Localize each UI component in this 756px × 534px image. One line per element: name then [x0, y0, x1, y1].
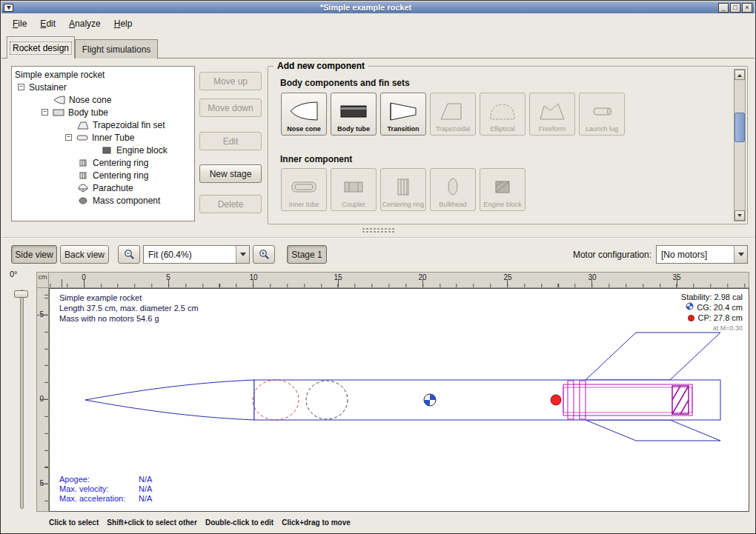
zoom-out-button[interactable]	[118, 245, 140, 264]
engine-block-icon	[101, 146, 113, 155]
ruler-unit: cm	[36, 272, 49, 288]
cp-value: CP: 27.8 cm	[697, 313, 743, 323]
stage-1-toggle[interactable]: Stage 1	[287, 245, 327, 264]
add-body-tube-button[interactable]: Body tube	[331, 93, 377, 136]
inner-component-label: Inner component	[280, 154, 352, 164]
component-panel-scrollbar[interactable]	[734, 69, 746, 221]
elliptical-fin-icon	[488, 96, 517, 126]
chevron-down-icon[interactable]	[734, 246, 747, 263]
split-pane-handle[interactable]	[362, 227, 396, 233]
add-engine-block-button[interactable]: Engine block	[480, 168, 525, 211]
edit-button[interactable]: Edit	[199, 132, 262, 150]
add-launch-lug-button[interactable]: Launch lug	[579, 93, 625, 136]
add-nose-cone-button[interactable]: Nose cone	[281, 93, 327, 136]
collapse-icon[interactable]	[65, 134, 72, 141]
tree-item-fin-set[interactable]: Trapezoidal fin set	[12, 119, 194, 131]
close-button[interactable]: ×	[742, 3, 752, 13]
bulkhead-icon	[438, 172, 468, 201]
centering-ring-icon	[77, 158, 89, 167]
nose-cone-icon	[289, 96, 319, 126]
title-bar[interactable]: *Simple example rocket _ □ ×	[1, 1, 755, 13]
cg-value: CG: 20.4 cm	[697, 302, 743, 313]
tree-item-sustainer[interactable]: Sustainer	[12, 81, 194, 93]
body-tube-outline	[254, 380, 720, 420]
inner-tube-icon	[76, 133, 88, 142]
tree-item-rocket[interactable]: Simple example rocket	[12, 68, 194, 81]
tree-item-centering-ring-1[interactable]: Centering ring	[12, 156, 194, 169]
scroll-down-icon[interactable]	[735, 210, 745, 221]
tree-item-body-tube[interactable]: Body tube	[12, 106, 194, 119]
body-components-label: Body components and fin sets	[280, 78, 410, 88]
add-coupler-button[interactable]: Coupler	[331, 168, 377, 211]
add-centering-ring-button[interactable]: Centering ring	[380, 168, 426, 211]
scroll-up-icon[interactable]	[735, 70, 745, 80]
tab-rocket-design[interactable]: Rocket design	[7, 36, 75, 59]
chevron-down-icon[interactable]	[236, 246, 249, 263]
rotation-slider-handle[interactable]	[14, 290, 28, 298]
pane-divider[interactable]	[1, 237, 755, 238]
add-transition-button[interactable]: Transition	[380, 93, 426, 136]
rocket-view-canvas[interactable]: Simple example rocket Length 37.5 cm, ma…	[49, 288, 749, 512]
tree-item-parachute[interactable]: Parachute	[12, 181, 194, 194]
motor-configuration-label: Motor configuration:	[551, 250, 651, 260]
coupler-icon	[339, 172, 368, 201]
move-down-button[interactable]: Move down	[199, 99, 262, 117]
tree-item-engine-block[interactable]: Engine block	[12, 144, 194, 156]
parachute-icon	[77, 184, 89, 193]
app-window: *Simple example rocket _ □ × File Edit A…	[0, 0, 756, 534]
motor-configuration-select[interactable]: [No motors]	[656, 245, 748, 264]
tree-item-centering-ring-2[interactable]: Centering ring	[12, 169, 194, 181]
flight-stats: Apogee:N/A Max. velocity:N/A Max. accele…	[59, 475, 152, 504]
cg-icon	[686, 302, 694, 313]
component-tree: Simple example rocket Sustainer Nose con…	[11, 66, 195, 221]
zoom-in-icon	[259, 249, 270, 260]
menu-bar: File Edit Analyze Help	[1, 13, 755, 33]
status-bar: Click to select Shift+click to select ot…	[49, 518, 351, 527]
tab-flight-simulations[interactable]: Flight simulations	[75, 39, 158, 59]
cg-marker	[424, 394, 436, 406]
add-trapezoidal-fin-button[interactable]: Trapezoidal	[430, 93, 476, 136]
zoom-in-button[interactable]	[253, 245, 275, 264]
window-controls: _ □ ×	[718, 3, 752, 13]
back-view-button[interactable]: Back view	[60, 245, 109, 264]
fin-set-icon	[77, 121, 89, 130]
add-freeform-fin-button[interactable]: Freeform	[529, 93, 575, 136]
mach-label: at M=0.30	[681, 323, 743, 333]
nose-cone-icon	[53, 96, 65, 104]
lower-fin	[586, 420, 720, 441]
engine-block-icon	[488, 172, 517, 201]
menu-help[interactable]: Help	[107, 16, 139, 32]
collapse-icon[interactable]	[42, 109, 48, 116]
menu-analyze[interactable]: Analyze	[62, 16, 107, 32]
add-inner-tube-button[interactable]: Inner tube	[281, 168, 327, 211]
window-menu-icon[interactable]	[4, 4, 13, 12]
zoom-out-icon	[124, 249, 135, 260]
stability-info: Stability: 2.98 cal CG: 20.4 cm CP: 27.8…	[681, 292, 743, 333]
menu-file[interactable]: File	[6, 16, 33, 32]
collapse-icon[interactable]	[18, 84, 24, 90]
tree-item-mass-component[interactable]: Mass component	[12, 194, 194, 207]
zoom-level-select[interactable]: Fit (60.4%)	[143, 245, 250, 264]
stability-value: Stability: 2.98 cal	[681, 292, 743, 302]
scrollbar-thumb[interactable]	[735, 113, 745, 142]
add-bulkhead-button[interactable]: Bulkhead	[430, 168, 476, 211]
freeform-fin-icon	[537, 96, 567, 126]
tree-item-inner-tube[interactable]: Inner Tube	[12, 131, 194, 144]
maximize-button[interactable]: □	[730, 3, 740, 13]
rotation-angle-label: 0°	[10, 270, 18, 278]
upper-fin	[586, 333, 720, 380]
body-tube-icon	[339, 96, 368, 126]
menu-edit[interactable]: Edit	[33, 16, 62, 32]
minimize-button[interactable]: _	[718, 3, 729, 13]
centering-ring-icon	[77, 171, 89, 180]
launch-lug-icon	[587, 96, 617, 126]
delete-button[interactable]: Delete	[199, 195, 262, 213]
side-view-button[interactable]: Side view	[11, 245, 57, 264]
window-title: *Simple example rocket	[13, 3, 718, 12]
rotation-slider[interactable]	[20, 290, 24, 509]
tree-item-nose-cone[interactable]: Nose cone	[12, 93, 194, 106]
add-elliptical-fin-button[interactable]: Elliptical	[480, 93, 525, 136]
move-up-button[interactable]: Move up	[199, 72, 262, 90]
new-stage-button[interactable]: New stage	[199, 164, 262, 183]
trapezoidal-fin-icon	[438, 96, 468, 126]
